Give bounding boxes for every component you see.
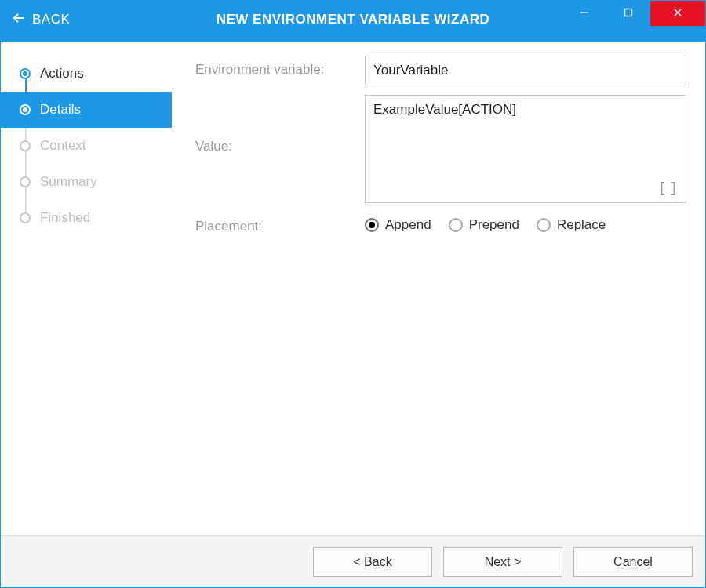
placement-option-replace[interactable]: Replace xyxy=(537,217,606,233)
radio-icon xyxy=(449,218,463,232)
placement-label: Placement: xyxy=(195,212,365,234)
minimize-button[interactable] xyxy=(562,1,606,26)
value-text: ExampleValue[ACTION] xyxy=(373,102,678,118)
step-label: Details xyxy=(40,102,81,118)
radio-icon xyxy=(365,218,379,232)
minimize-icon xyxy=(580,6,589,20)
close-button[interactable] xyxy=(650,1,705,26)
step-label: Finished xyxy=(40,210,90,226)
radio-label: Replace xyxy=(557,217,606,233)
svg-rect-2 xyxy=(625,9,632,16)
field-value: Value: ExampleValue[ACTION] [ ] xyxy=(195,95,686,203)
value-label: Value: xyxy=(195,95,365,154)
step-summary[interactable]: Summary xyxy=(1,164,172,200)
wizard-body: Actions Details Context Summary Finished xyxy=(1,42,705,535)
placement-option-append[interactable]: Append xyxy=(365,217,431,233)
back-arrow-icon xyxy=(12,11,26,29)
step-label: Actions xyxy=(40,66,84,82)
field-placement: Placement: Append Prepend Re xyxy=(195,212,686,234)
radio-label: Append xyxy=(385,217,431,233)
step-bullet-icon xyxy=(20,68,31,79)
next-button[interactable]: Next > xyxy=(443,547,562,577)
step-bullet-icon xyxy=(20,104,31,115)
radio-icon xyxy=(537,218,551,232)
placement-radio-group: Append Prepend Replace xyxy=(365,212,686,233)
close-icon xyxy=(673,6,682,20)
step-finished[interactable]: Finished xyxy=(1,200,172,236)
step-bullet-icon xyxy=(20,212,31,223)
insert-token-button[interactable]: [ ] xyxy=(660,180,678,196)
placement-option-prepend[interactable]: Prepend xyxy=(449,217,519,233)
field-env-var: Environment variable: xyxy=(195,56,686,85)
window-controls xyxy=(562,1,705,38)
step-bullet-icon xyxy=(20,176,31,187)
cancel-button[interactable]: Cancel xyxy=(573,547,693,577)
env-var-label: Environment variable: xyxy=(195,56,365,78)
brackets-icon: [ ] xyxy=(660,180,678,195)
step-label: Context xyxy=(40,138,86,154)
step-bullet-icon xyxy=(20,140,31,151)
wizard-footer: < Back Next > Cancel xyxy=(1,535,705,587)
back-nav-label: BACK xyxy=(32,12,70,27)
maximize-button[interactable] xyxy=(606,1,650,26)
step-context[interactable]: Context xyxy=(1,128,172,164)
radio-label: Prepend xyxy=(469,217,519,233)
titlebar: BACK NEW ENVIRONMENT VARIABLE WIZARD xyxy=(1,1,705,38)
back-button[interactable]: < Back xyxy=(313,547,432,577)
back-nav-button[interactable]: BACK xyxy=(1,1,81,38)
wizard-window: BACK NEW ENVIRONMENT VARIABLE WIZARD xyxy=(0,0,706,588)
value-input[interactable]: ExampleValue[ACTION] [ ] xyxy=(365,95,686,203)
wizard-steps: Actions Details Context Summary Finished xyxy=(1,42,172,535)
wizard-content: Environment variable: Value: ExampleValu… xyxy=(172,42,705,535)
maximize-icon xyxy=(624,6,633,20)
step-label: Summary xyxy=(40,174,97,190)
env-var-input[interactable] xyxy=(365,56,686,85)
